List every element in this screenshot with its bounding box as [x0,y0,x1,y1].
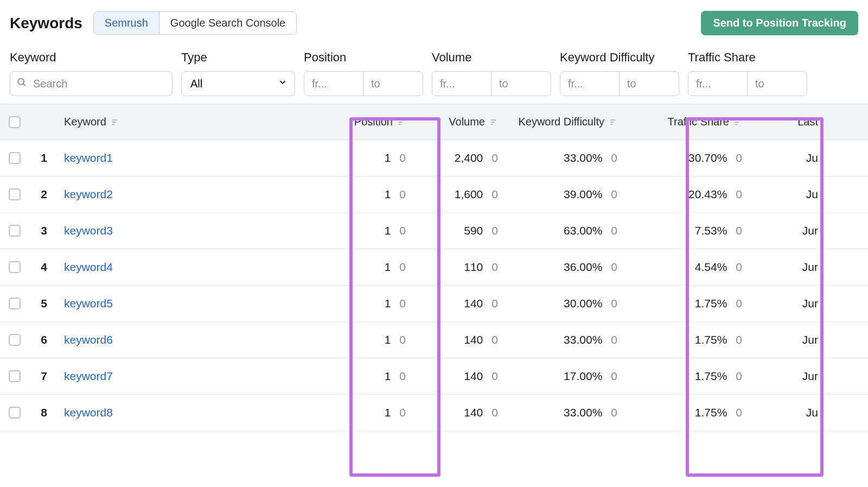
cell-difficulty: 30.00%0 [503,297,623,310]
cell-last: Ju [748,188,824,201]
select-all-checkbox[interactable] [9,116,21,128]
cell-volume: 1400 [411,370,503,383]
row-index: 4 [29,261,59,274]
filter-position-label: Position [304,50,423,65]
col-position[interactable]: Position [330,116,411,128]
keyword-link[interactable]: keyword4 [64,261,113,273]
keyword-link[interactable]: keyword3 [64,224,113,237]
row-checkbox[interactable] [9,261,21,273]
cell-position: 10 [330,370,411,383]
row-checkbox-wrap [0,298,29,309]
col-last[interactable]: Last [748,116,824,128]
row-index: 8 [29,406,59,419]
row-checkbox[interactable] [9,152,21,164]
table-row: 7 keyword7 10 1400 17.00%0 1.75%0 Jur [0,358,868,395]
keyword-link[interactable]: keyword6 [64,333,113,346]
cell-volume: 5900 [411,224,503,237]
type-select-wrap: All [181,71,295,96]
filter-volume-label: Volume [432,50,551,65]
col-difficulty-label: Keyword Difficulty [518,116,604,128]
keyword-search-input[interactable] [10,71,173,96]
cell-keyword: keyword2 [59,188,330,201]
cell-position: 10 [330,406,411,419]
filter-position: Position [304,50,423,96]
cell-last: Jur [748,297,824,310]
select-all-wrap [0,116,29,128]
row-checkbox[interactable] [9,225,21,237]
cell-keyword: keyword5 [59,297,330,310]
difficulty-from-input[interactable] [560,72,620,96]
col-traffic-share[interactable]: Traffic Share [623,116,748,128]
cell-difficulty: 33.00%0 [503,406,623,419]
cell-difficulty: 33.00%0 [503,333,623,346]
row-checkbox-wrap [0,225,29,237]
sort-icon [397,118,406,127]
keyword-link[interactable]: keyword5 [64,297,113,309]
cell-keyword: keyword6 [59,333,330,346]
row-checkbox[interactable] [9,407,21,419]
keyword-link[interactable]: keyword7 [64,370,113,382]
position-from-input[interactable] [304,72,363,96]
row-checkbox-wrap [0,370,29,382]
col-position-label: Position [354,116,393,128]
col-keyword[interactable]: Keyword [59,116,330,128]
svg-line-1 [23,84,25,86]
table-row: 6 keyword6 10 1400 33.00%0 1.75%0 Jur [0,322,868,358]
table-header-row: Keyword Position Volume Keyword Difficul… [0,104,868,140]
traffic-share-to-input[interactable] [748,72,807,96]
cell-position: 10 [330,333,411,346]
page-title: Keywords [10,15,82,32]
sort-icon [609,118,617,127]
row-checkbox[interactable] [9,334,21,346]
sort-icon [733,118,742,127]
table-body: 1 keyword1 10 2,4000 33.00%0 30.70%0 Ju … [0,140,868,431]
table-row: 2 keyword2 10 1,6000 39.00%0 20.43%0 Ju [0,176,868,213]
type-select[interactable]: All [181,71,295,96]
keyword-link[interactable]: keyword2 [64,188,113,200]
table-row: 3 keyword3 10 5900 63.00%0 7.53%0 Jur [0,213,868,249]
cell-keyword: keyword8 [59,406,330,419]
cell-traffic-share: 1.75%0 [623,370,748,383]
row-checkbox-wrap [0,261,29,273]
col-volume[interactable]: Volume [411,116,503,128]
filter-type-label: Type [181,50,295,65]
cell-difficulty: 39.00%0 [503,188,623,201]
cell-volume: 1,6000 [411,188,503,201]
table-row: 8 keyword8 10 1400 33.00%0 1.75%0 Ju [0,395,868,431]
cell-position: 10 [330,297,411,310]
col-traffic-share-label: Traffic Share [668,116,729,128]
keyword-link[interactable]: keyword8 [64,406,113,419]
position-to-input[interactable] [363,72,423,96]
cell-difficulty: 36.00%0 [503,261,623,274]
row-checkbox[interactable] [9,298,21,309]
cell-traffic-share: 1.75%0 [623,297,748,310]
table-row: 4 keyword4 10 1100 36.00%0 4.54%0 Jur [0,249,868,286]
cell-traffic-share: 1.75%0 [623,333,748,346]
filter-traffic-share-label: Traffic Share [688,50,807,65]
difficulty-to-input[interactable] [620,72,679,96]
keyword-link[interactable]: keyword1 [64,151,113,164]
col-volume-label: Volume [449,116,485,128]
cell-volume: 1100 [411,261,503,274]
cell-traffic-share: 1.75%0 [623,406,748,419]
cell-volume: 2,4000 [411,151,503,165]
row-checkbox[interactable] [9,188,21,200]
row-checkbox[interactable] [9,370,21,382]
cell-last: Jur [748,224,824,237]
traffic-share-range [688,71,807,96]
send-to-position-tracking-button[interactable]: Send to Position Tracking [701,11,858,35]
search-icon [16,77,27,91]
row-index: 2 [29,188,59,201]
cell-keyword: keyword3 [59,224,330,237]
cell-keyword: keyword4 [59,261,330,274]
cell-volume: 1400 [411,333,503,346]
volume-to-input[interactable] [492,72,551,96]
cell-position: 10 [330,261,411,274]
tab-semrush[interactable]: Semrush [94,12,159,34]
cell-position: 10 [330,188,411,201]
volume-from-input[interactable] [432,72,492,96]
tab-google-search-console[interactable]: Google Search Console [159,12,296,34]
col-difficulty[interactable]: Keyword Difficulty [503,116,623,128]
row-index: 5 [29,297,59,310]
traffic-share-from-input[interactable] [688,72,748,96]
